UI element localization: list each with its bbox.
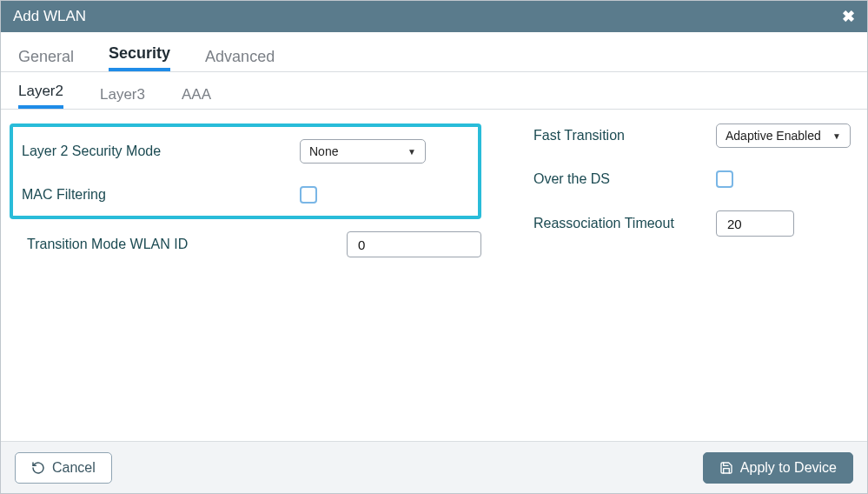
- select-value-layer2-security-mode: None: [309, 144, 338, 158]
- secondary-tabs: Layer2 Layer3 AAA: [1, 72, 867, 110]
- chevron-down-icon: ▼: [407, 147, 416, 157]
- row-layer2-security-mode: Layer 2 Security Mode None ▼: [13, 139, 469, 164]
- label-transition-mode-wlan-id: Transition Mode WLAN ID: [18, 237, 347, 252]
- tab-advanced[interactable]: Advanced: [205, 48, 275, 71]
- label-over-the-ds: Over the DS: [533, 171, 716, 187]
- label-fast-transition: Fast Transition: [533, 128, 716, 144]
- apply-button-label: Apply to Device: [740, 460, 837, 476]
- label-layer2-security-mode: Layer 2 Security Mode: [13, 144, 300, 159]
- row-mac-filtering: MAC Filtering: [13, 186, 469, 204]
- row-fast-transition: Fast Transition Adaptive Enabled ▼: [533, 124, 851, 148]
- select-value-fast-transition: Adaptive Enabled: [726, 129, 821, 143]
- row-over-the-ds: Over the DS: [533, 170, 851, 188]
- tab-general[interactable]: General: [18, 48, 74, 71]
- subtab-aaa[interactable]: AAA: [182, 86, 211, 109]
- dialog-footer: Cancel Apply to Device: [1, 441, 867, 493]
- form-area: Layer 2 Security Mode None ▼ MAC Filteri…: [1, 110, 867, 257]
- label-mac-filtering: MAC Filtering: [13, 187, 300, 203]
- apply-button[interactable]: Apply to Device: [703, 452, 853, 484]
- subtab-layer2[interactable]: Layer2: [18, 83, 63, 109]
- select-fast-transition[interactable]: Adaptive Enabled ▼: [716, 124, 851, 148]
- checkbox-over-the-ds[interactable]: [716, 170, 733, 188]
- subtab-layer3[interactable]: Layer3: [100, 86, 145, 109]
- checkbox-mac-filtering[interactable]: [300, 186, 317, 204]
- left-column: Layer 2 Security Mode None ▼ MAC Filteri…: [18, 124, 481, 257]
- undo-icon: [31, 461, 45, 475]
- primary-tabs: General Security Advanced: [1, 32, 867, 72]
- row-transition-mode-wlan-id: Transition Mode WLAN ID: [18, 231, 481, 257]
- close-icon[interactable]: ✖: [842, 7, 855, 26]
- right-column: Fast Transition Adaptive Enabled ▼ Over …: [533, 124, 851, 257]
- label-reassociation-timeout: Reassociation Timeout: [533, 216, 716, 231]
- input-transition-mode-wlan-id[interactable]: [347, 231, 481, 257]
- row-reassociation-timeout: Reassociation Timeout: [533, 210, 851, 237]
- input-reassociation-timeout[interactable]: [716, 210, 794, 237]
- highlight-box: Layer 2 Security Mode None ▼ MAC Filteri…: [10, 124, 481, 219]
- dialog-header: Add WLAN ✖: [1, 1, 867, 32]
- chevron-down-icon: ▼: [832, 131, 841, 141]
- tab-security[interactable]: Security: [109, 44, 170, 71]
- select-layer2-security-mode[interactable]: None ▼: [300, 139, 426, 164]
- dialog-title: Add WLAN: [13, 8, 86, 25]
- cancel-button[interactable]: Cancel: [15, 452, 112, 484]
- cancel-button-label: Cancel: [52, 460, 96, 476]
- save-icon: [719, 461, 733, 475]
